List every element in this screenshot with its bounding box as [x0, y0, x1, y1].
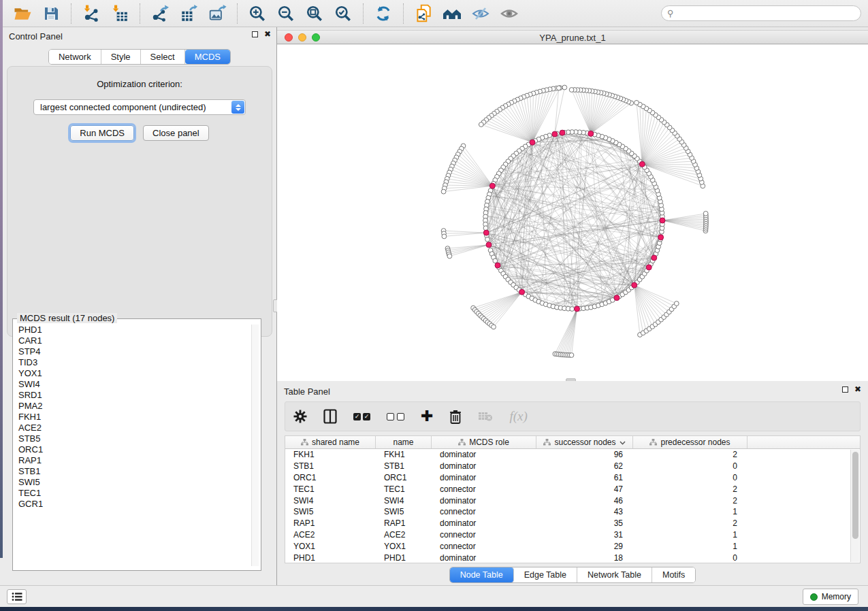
- table-row[interactable]: SWI5SWI5connector431: [285, 506, 860, 518]
- graph-leaf-node[interactable]: [479, 122, 483, 127]
- graph-leaf-node[interactable]: [634, 101, 639, 105]
- graph-leaf-node[interactable]: [703, 211, 708, 216]
- graph-leaf-node[interactable]: [674, 301, 679, 306]
- close-panel-button[interactable]: Close panel: [143, 125, 209, 141]
- table-scrollbar[interactable]: [850, 450, 859, 562]
- open-file-icon[interactable]: [12, 3, 33, 24]
- mcds-result-item[interactable]: FKH1: [14, 412, 250, 423]
- tab-mcds[interactable]: MCDS: [185, 50, 230, 64]
- close-panel-icon[interactable]: ✖: [264, 31, 271, 37]
- graph-mcds-node[interactable]: [614, 295, 620, 301]
- float-panel-icon[interactable]: [252, 31, 258, 37]
- graph-mcds-node[interactable]: [530, 139, 535, 145]
- mcds-result-item[interactable]: SRD1: [14, 390, 250, 401]
- float-panel-icon[interactable]: [842, 386, 848, 393]
- table-row[interactable]: PHD1PHD1dominator180: [285, 552, 860, 563]
- graph-leaf-node[interactable]: [441, 189, 446, 194]
- mcds-result-item[interactable]: ORC1: [14, 444, 250, 455]
- hide-selected-icon[interactable]: [470, 3, 491, 24]
- show-all-icon[interactable]: [499, 3, 519, 24]
- table-row[interactable]: RAP1RAP1dominator352: [285, 518, 860, 529]
- export-network-icon[interactable]: [150, 3, 170, 24]
- graph-leaf-node[interactable]: [569, 353, 574, 358]
- table-row[interactable]: FKH1FKH1dominator962: [285, 449, 860, 461]
- mcds-result-item[interactable]: STP4: [14, 346, 250, 357]
- graph-node[interactable]: [493, 259, 498, 263]
- graph-node[interactable]: [483, 226, 488, 231]
- column-header-predecessor-nodes[interactable]: predecessor nodes: [633, 436, 748, 448]
- import-network-icon[interactable]: [81, 3, 101, 24]
- run-mcds-button[interactable]: Run MCDS: [70, 125, 134, 141]
- save-session-icon[interactable]: [41, 3, 61, 24]
- mcds-result-item[interactable]: YOX1: [14, 368, 250, 379]
- mcds-result-item[interactable]: SWI5: [14, 477, 250, 488]
- column-header-shared-name[interactable]: shared name: [285, 436, 376, 448]
- table-settings-gear-icon[interactable]: [293, 408, 307, 425]
- column-chooser-icon[interactable]: [323, 408, 337, 425]
- mcds-result-item[interactable]: PMA2: [14, 401, 250, 412]
- table-row[interactable]: ACE2ACE2connector311: [285, 529, 860, 541]
- table-row[interactable]: YOX1YOX1connector291: [285, 540, 860, 552]
- tab-node-table[interactable]: Node Table: [450, 567, 514, 582]
- graph-mcds-node[interactable]: [658, 235, 664, 240]
- network-graph[interactable]: [277, 45, 868, 381]
- graph-mcds-node[interactable]: [646, 265, 652, 270]
- tab-network[interactable]: Network: [49, 50, 101, 64]
- mcds-result-item[interactable]: GCR1: [14, 499, 250, 510]
- graph-mcds-node[interactable]: [575, 306, 580, 312]
- add-column-icon[interactable]: ✚: [421, 408, 433, 425]
- mcds-result-item[interactable]: TEC1: [14, 488, 250, 499]
- graph-leaf-node[interactable]: [556, 86, 561, 90]
- export-image-icon[interactable]: [207, 3, 227, 24]
- column-header-successor-nodes[interactable]: successor nodes: [536, 436, 633, 448]
- graph-node[interactable]: [485, 237, 490, 242]
- mcds-result-item[interactable]: PHD1: [14, 325, 250, 335]
- deselect-all-rows-icon[interactable]: [387, 408, 404, 425]
- column-header-MCDS-role[interactable]: MCDS role: [432, 436, 536, 448]
- mcds-result-item[interactable]: TID3: [14, 357, 250, 368]
- table-row[interactable]: SWI4SWI4dominator462: [285, 495, 860, 506]
- search-input[interactable]: ⚲: [661, 5, 861, 21]
- column-header-name[interactable]: name: [376, 436, 432, 448]
- tab-style[interactable]: Style: [101, 50, 141, 64]
- graph-mcds-node[interactable]: [486, 242, 492, 248]
- mcds-result-item[interactable]: CAR1: [14, 335, 250, 346]
- mcds-result-item[interactable]: ACE2: [14, 423, 250, 433]
- import-table-icon[interactable]: [110, 3, 130, 24]
- graph-leaf-node[interactable]: [562, 85, 567, 90]
- select-all-rows-icon[interactable]: ✓✓: [353, 408, 370, 425]
- network-canvas[interactable]: [277, 45, 868, 381]
- tab-network-table[interactable]: Network Table: [577, 567, 652, 582]
- delete-column-icon[interactable]: [449, 408, 462, 425]
- clone-network-icon[interactable]: [413, 3, 434, 24]
- mcds-result-item[interactable]: SWI4: [14, 379, 250, 390]
- graph-mcds-node[interactable]: [495, 263, 500, 268]
- refresh-icon[interactable]: [373, 3, 393, 24]
- graph-leaf-node[interactable]: [442, 234, 447, 239]
- export-table-icon[interactable]: [178, 3, 199, 24]
- mcds-list-scrollbar[interactable]: [251, 325, 259, 566]
- graph-node[interactable]: [570, 307, 575, 312]
- zoom-out-icon[interactable]: [276, 3, 296, 24]
- first-neighbors-icon[interactable]: [442, 3, 462, 24]
- zoom-in-icon[interactable]: [247, 3, 268, 24]
- tab-select[interactable]: Select: [141, 50, 185, 64]
- graph-mcds-node[interactable]: [639, 161, 645, 167]
- mcds-result-item[interactable]: STB1: [14, 466, 250, 477]
- graph-mcds-node[interactable]: [519, 289, 525, 295]
- criterion-dropdown[interactable]: largest connected component (undirected): [33, 99, 246, 115]
- graph-mcds-node[interactable]: [652, 255, 657, 261]
- graph-mcds-node[interactable]: [632, 282, 637, 288]
- table-row[interactable]: STB1STB1dominator620: [285, 461, 860, 472]
- graph-mcds-node[interactable]: [660, 218, 665, 223]
- table-row[interactable]: TEC1TEC1connector472: [285, 483, 860, 495]
- zoom-selected-icon[interactable]: [333, 3, 353, 24]
- graph-leaf-node[interactable]: [447, 254, 452, 259]
- tab-edge-table[interactable]: Edge Table: [514, 567, 577, 582]
- graph-mcds-node[interactable]: [483, 230, 489, 235]
- network-window-titlebar[interactable]: YPA_prune.txt_1: [277, 30, 868, 44]
- graph-mcds-node[interactable]: [560, 130, 565, 135]
- graph-mcds-node[interactable]: [552, 131, 558, 137]
- zoom-fit-icon[interactable]: [304, 3, 325, 24]
- close-panel-icon[interactable]: ✖: [854, 386, 861, 393]
